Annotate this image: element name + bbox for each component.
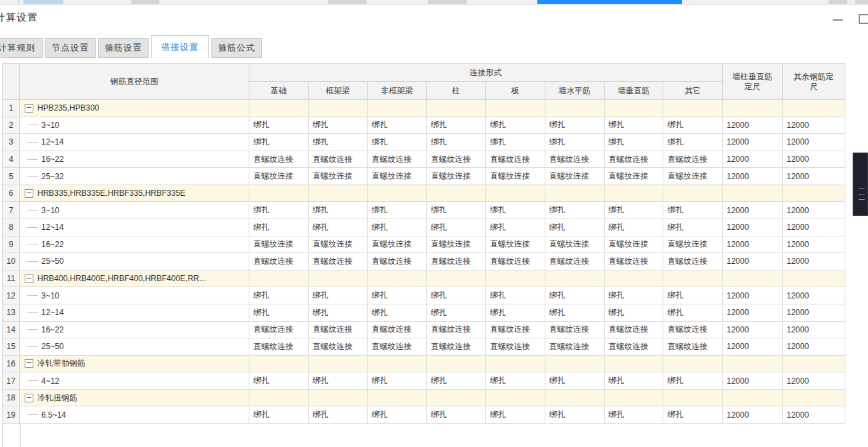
connection-type-cell[interactable] <box>486 390 545 407</box>
connection-type-cell[interactable]: 直螺纹连接 <box>486 253 545 270</box>
connection-type-cell[interactable] <box>486 185 545 203</box>
connection-type-cell[interactable] <box>663 356 723 373</box>
other-rebar-length-cell[interactable]: 12000 <box>783 117 845 135</box>
connection-type-cell[interactable]: 绑扎 <box>545 287 605 304</box>
connection-type-cell[interactable]: 直螺纹连接 <box>486 168 545 185</box>
other-rebar-length-cell[interactable] <box>783 270 845 288</box>
connection-type-cell[interactable]: 绑扎 <box>486 304 545 322</box>
connection-type-cell[interactable]: 直螺纹连接 <box>427 322 486 339</box>
row-number[interactable]: 12 <box>3 287 20 304</box>
connection-type-cell[interactable]: 绑扎 <box>249 202 309 219</box>
connection-type-cell[interactable] <box>486 100 545 117</box>
connection-type-cell[interactable]: 绑扎 <box>368 134 427 151</box>
connection-type-cell[interactable]: 直螺纹连接 <box>309 151 368 169</box>
collapse-icon[interactable] <box>25 104 33 113</box>
connection-type-cell[interactable] <box>249 270 309 288</box>
connection-type-cell[interactable]: 绑扎 <box>545 117 605 135</box>
connection-type-cell[interactable] <box>309 270 368 288</box>
collapse-icon[interactable] <box>25 394 33 402</box>
connection-type-cell[interactable]: 绑扎 <box>663 117 723 135</box>
row-number[interactable]: 14 <box>3 322 20 339</box>
group-cell[interactable]: HRB335,HRB335E,HRBF335,HRBF335E <box>20 185 249 203</box>
connection-type-cell[interactable]: 绑扎 <box>545 219 605 236</box>
other-rebar-length-cell[interactable]: 12000 <box>783 219 845 236</box>
connection-type-cell[interactable]: 直螺纹连接 <box>605 236 664 254</box>
diameter-range-cell[interactable]: 25~50 <box>20 338 249 356</box>
collapse-icon[interactable] <box>25 274 33 283</box>
connection-type-cell[interactable] <box>368 185 427 203</box>
wall-column-length-cell[interactable]: 12000 <box>723 117 783 135</box>
diameter-range-cell[interactable]: 3~10 <box>20 287 249 304</box>
connection-type-cell[interactable]: 绑扎 <box>309 202 368 219</box>
connection-type-cell[interactable]: 绑扎 <box>249 117 309 135</box>
connection-type-cell[interactable]: 绑扎 <box>427 117 486 135</box>
connection-type-cell[interactable]: 绑扎 <box>486 372 545 390</box>
connection-type-cell[interactable] <box>427 100 486 117</box>
connection-type-cell[interactable] <box>309 390 368 407</box>
wall-column-length-cell[interactable]: 12000 <box>723 202 783 219</box>
wall-column-length-cell[interactable]: 12000 <box>723 151 783 169</box>
connection-type-cell[interactable]: 直螺纹连接 <box>309 322 368 339</box>
tab-lap-settings[interactable]: 搭接设置 <box>151 35 209 58</box>
connection-type-cell[interactable] <box>368 390 427 407</box>
connection-type-cell[interactable] <box>309 356 368 373</box>
diameter-range-cell[interactable]: 25~32 <box>20 168 249 185</box>
row-number[interactable]: 4 <box>3 151 20 169</box>
connection-type-cell[interactable]: 直螺纹连接 <box>545 322 605 339</box>
connection-type-cell[interactable]: 绑扎 <box>663 304 723 322</box>
connection-type-cell[interactable]: 直螺纹连接 <box>486 322 545 339</box>
connection-type-cell[interactable]: 绑扎 <box>427 202 486 219</box>
connection-type-cell[interactable]: 绑扎 <box>605 304 664 322</box>
wall-column-length-cell[interactable]: 12000 <box>723 219 783 236</box>
diameter-range-cell[interactable]: 12~14 <box>20 304 249 322</box>
connection-type-cell[interactable]: 直螺纹连接 <box>368 236 427 254</box>
connection-type-cell[interactable]: 绑扎 <box>663 202 723 219</box>
connection-type-cell[interactable] <box>663 100 723 117</box>
row-number[interactable]: 2 <box>3 117 20 135</box>
connection-type-cell[interactable]: 绑扎 <box>545 202 605 219</box>
wall-column-length-cell[interactable] <box>723 100 783 117</box>
connection-type-cell[interactable] <box>368 270 427 288</box>
connection-type-cell[interactable]: 直螺纹连接 <box>663 253 723 270</box>
connection-type-cell[interactable]: 直螺纹连接 <box>605 253 664 270</box>
connection-type-cell[interactable]: 绑扎 <box>427 304 486 322</box>
connection-type-cell[interactable] <box>605 185 664 203</box>
tab-node-settings[interactable]: 节点设置 <box>45 38 96 58</box>
connection-type-cell[interactable] <box>486 270 545 288</box>
wall-column-length-cell[interactable]: 12000 <box>723 253 783 270</box>
other-rebar-length-cell[interactable]: 12000 <box>783 236 845 254</box>
row-number[interactable]: 11 <box>3 270 20 288</box>
row-number[interactable]: 19 <box>3 406 20 424</box>
connection-type-cell[interactable]: 直螺纹连接 <box>309 168 368 185</box>
other-rebar-length-cell[interactable] <box>783 356 845 373</box>
connection-type-cell[interactable]: 直螺纹连接 <box>486 236 545 254</box>
connection-type-cell[interactable] <box>605 100 664 117</box>
connection-type-cell[interactable]: 绑扎 <box>427 219 486 236</box>
tab-calc-rules[interactable]: 计算规则 <box>0 38 43 58</box>
connection-type-cell[interactable] <box>309 185 368 203</box>
connection-type-cell[interactable]: 绑扎 <box>663 372 723 390</box>
row-number[interactable]: 6 <box>3 185 20 203</box>
row-number[interactable]: 16 <box>3 356 20 373</box>
wall-column-length-cell[interactable] <box>723 390 783 407</box>
other-rebar-length-cell[interactable]: 12000 <box>783 372 845 390</box>
row-number[interactable]: 15 <box>3 338 20 356</box>
other-rebar-length-cell[interactable]: 12000 <box>783 287 845 304</box>
connection-type-cell[interactable]: 直螺纹连接 <box>486 338 545 356</box>
connection-type-cell[interactable]: 绑扎 <box>309 219 368 236</box>
connection-type-cell[interactable]: 绑扎 <box>368 202 427 219</box>
diameter-range-cell[interactable]: 12~14 <box>20 219 249 236</box>
connection-type-cell[interactable] <box>368 100 427 117</box>
connection-type-cell[interactable]: 直螺纹连接 <box>249 236 309 254</box>
tab-stirrup-settings[interactable]: 箍筋设置 <box>98 38 149 58</box>
row-number[interactable]: 5 <box>3 168 20 185</box>
connection-type-cell[interactable]: 绑扎 <box>368 117 427 135</box>
connection-type-cell[interactable]: 直螺纹连接 <box>545 168 605 185</box>
connection-type-cell[interactable]: 绑扎 <box>427 287 486 304</box>
wall-column-length-cell[interactable]: 12000 <box>723 304 783 322</box>
connection-type-cell[interactable]: 绑扎 <box>427 134 486 151</box>
connection-type-cell[interactable]: 绑扎 <box>249 134 309 151</box>
connection-type-cell[interactable] <box>249 356 309 373</box>
connection-type-cell[interactable]: 直螺纹连接 <box>249 253 309 270</box>
connection-type-cell[interactable]: 直螺纹连接 <box>486 151 545 169</box>
